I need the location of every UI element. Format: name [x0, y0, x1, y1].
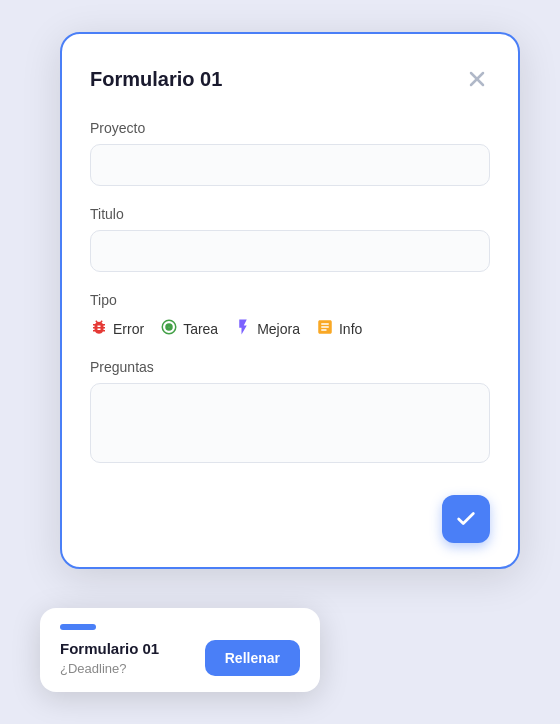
proyecto-label: Proyecto: [90, 120, 490, 136]
submit-button[interactable]: [442, 495, 490, 543]
tarea-icon: [160, 318, 178, 339]
tipo-info-label: Info: [339, 321, 362, 337]
tipo-options: Error Tarea: [90, 318, 490, 339]
info-note-icon: [316, 318, 334, 339]
tipo-tarea-label: Tarea: [183, 321, 218, 337]
proyecto-input[interactable]: [90, 144, 490, 186]
proyecto-field-group: Proyecto: [90, 120, 490, 186]
notif-inner: Formulario 01 ¿Deadline? Rellenar: [60, 640, 300, 676]
notif-subtitle: ¿Deadline?: [60, 661, 159, 676]
titulo-field-group: Titulo: [90, 206, 490, 272]
notification-card: Formulario 01 ¿Deadline? Rellenar: [40, 608, 320, 692]
preguntas-input[interactable]: [90, 383, 490, 463]
tipo-section: Tipo Error: [90, 292, 490, 339]
preguntas-field-group: Preguntas: [90, 359, 490, 467]
titulo-input[interactable]: [90, 230, 490, 272]
form-title: Formulario 01: [90, 68, 222, 91]
preguntas-label: Preguntas: [90, 359, 490, 375]
tipo-info-option[interactable]: Info: [316, 318, 362, 339]
notif-left: Formulario 01 ¿Deadline?: [60, 640, 159, 676]
tipo-tarea-option[interactable]: Tarea: [160, 318, 218, 339]
notif-indicator: [60, 624, 96, 630]
notif-rellenar-button[interactable]: Rellenar: [205, 640, 300, 676]
card-header: Formulario 01: [90, 66, 490, 92]
svg-point-4: [168, 326, 170, 328]
bug-icon: [90, 318, 108, 339]
tipo-mejora-option[interactable]: Mejora: [234, 318, 300, 339]
titulo-label: Titulo: [90, 206, 490, 222]
close-button[interactable]: [464, 66, 490, 92]
bolt-icon: [234, 318, 252, 339]
tipo-label: Tipo: [90, 292, 490, 308]
tipo-error-option[interactable]: Error: [90, 318, 144, 339]
tipo-mejora-label: Mejora: [257, 321, 300, 337]
main-form-card: Formulario 01 Proyecto Titulo Tipo: [60, 32, 520, 569]
tipo-error-label: Error: [113, 321, 144, 337]
notif-title: Formulario 01: [60, 640, 159, 657]
